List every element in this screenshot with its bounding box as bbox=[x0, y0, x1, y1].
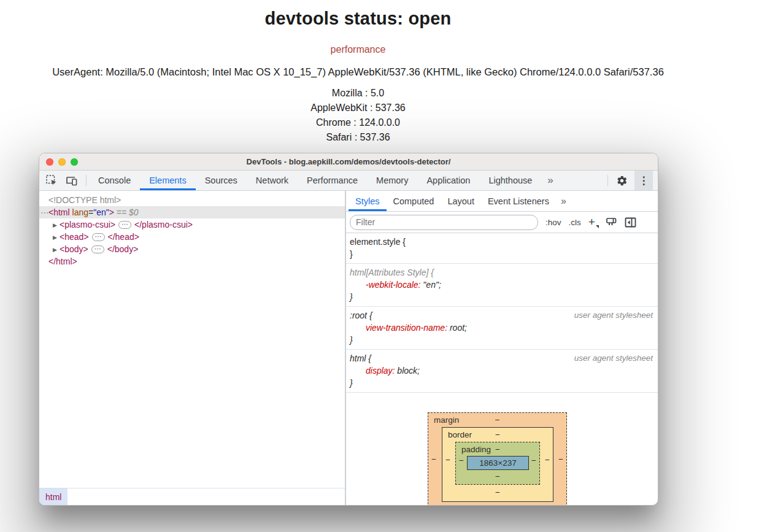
dom-token-tag: <plasmo-csui> bbox=[60, 220, 115, 229]
elements-panel: <!DOCTYPE html>⋯<html lang="en"> == $0▶<… bbox=[39, 191, 346, 505]
toolbar-spacer bbox=[560, 171, 605, 190]
dom-token-tag: </html> bbox=[48, 256, 77, 266]
toggle-sidebar-icon[interactable] bbox=[625, 217, 636, 228]
border-right-value[interactable]: − bbox=[541, 455, 553, 465]
dom-node[interactable]: ▶<body>⋯</body> bbox=[39, 243, 345, 255]
window-title: DevTools - blog.aepkill.com/demos/devtoo… bbox=[247, 157, 451, 166]
sidebar-more-tabs-button[interactable]: » bbox=[556, 191, 571, 211]
expand-arrow-icon[interactable]: ▶ bbox=[53, 244, 60, 256]
device-toolbar-icon[interactable] bbox=[65, 175, 78, 187]
margin-right-value[interactable]: − bbox=[555, 455, 567, 464]
css-property[interactable]: -webkit-locale: "en"; bbox=[350, 279, 653, 291]
expand-arrow-icon[interactable]: ▶ bbox=[53, 219, 60, 231]
box-model-margin[interactable]: margin − − − − border − − − − padding − bbox=[428, 412, 567, 505]
css-property[interactable]: view-transition-name: root; bbox=[350, 322, 653, 334]
margin-bottom-value[interactable]: − bbox=[428, 504, 566, 505]
style-rule[interactable]: element.style {} bbox=[346, 233, 658, 264]
version-line: Chrome : 124.0.0.0 bbox=[25, 115, 692, 130]
version-line: Mozilla : 5.0 bbox=[25, 86, 692, 101]
more-panels-button[interactable]: » bbox=[541, 171, 559, 190]
dom-node-selected[interactable]: ⋯<html lang="en"> == $0 bbox=[39, 206, 345, 218]
toolbar-separator bbox=[86, 175, 87, 186]
toolbar-separator bbox=[607, 175, 608, 186]
panel-tabs: ConsoleElementsSourcesNetworkPerformance… bbox=[89, 171, 541, 190]
box-model-padding[interactable]: padding − − − − 1863×237 bbox=[455, 442, 540, 485]
panel-tab-network[interactable]: Network bbox=[247, 171, 298, 190]
box-model-border[interactable]: border − − − − padding − − − − 1863× bbox=[442, 427, 553, 502]
styles-filter-input[interactable] bbox=[350, 215, 538, 230]
window-titlebar[interactable]: DevTools - blog.aepkill.com/demos/devtoo… bbox=[39, 153, 658, 171]
rendering-brush-icon[interactable] bbox=[606, 217, 617, 228]
zoom-window-button[interactable] bbox=[71, 158, 78, 166]
style-rule[interactable]: user agent stylesheethtml {display: bloc… bbox=[346, 350, 658, 393]
padding-bottom-value[interactable]: − bbox=[456, 472, 539, 481]
panel-tab-lighthouse[interactable]: Lighthouse bbox=[479, 171, 541, 190]
property-name: display: bbox=[366, 366, 395, 376]
pseudo-state-toggle[interactable]: :hov bbox=[545, 218, 561, 227]
sidebar-tab-computed[interactable]: Computed bbox=[387, 191, 441, 211]
panel-tab-application[interactable]: Application bbox=[417, 171, 479, 190]
border-top-value[interactable]: − bbox=[442, 430, 553, 439]
rule-selector: html[Attributes Style] bbox=[350, 268, 428, 277]
collapsed-content-badge[interactable]: ⋯ bbox=[91, 245, 104, 253]
dom-node[interactable]: </html> bbox=[39, 255, 345, 268]
padding-right-value[interactable]: − bbox=[528, 456, 540, 465]
settings-gear-icon[interactable] bbox=[611, 171, 633, 190]
panel-tab-performance[interactable]: Performance bbox=[298, 171, 367, 190]
border-left-value[interactable]: − bbox=[442, 455, 454, 465]
padding-left-value[interactable]: − bbox=[455, 456, 468, 465]
version-line: Safari : 537.36 bbox=[25, 130, 692, 145]
property-value: root; bbox=[447, 323, 467, 333]
property-name: -webkit-locale: bbox=[366, 280, 420, 290]
dom-token-anno: == $0 bbox=[114, 207, 139, 217]
property-value: block; bbox=[395, 366, 419, 376]
margin-left-value[interactable]: − bbox=[428, 455, 440, 464]
styles-sidebar: StylesComputedLayoutEvent Listeners» :ho… bbox=[346, 191, 658, 505]
node-overflow-prefix: ⋯ bbox=[40, 206, 48, 218]
panel-tab-elements[interactable]: Elements bbox=[140, 171, 195, 190]
box-model-content[interactable]: 1863×237 bbox=[467, 456, 529, 470]
collapsed-content-badge[interactable]: ⋯ bbox=[118, 221, 131, 229]
rule-selector: element.style bbox=[350, 237, 400, 247]
page-title: devtools status: open bbox=[25, 9, 692, 29]
style-rule[interactable]: user agent stylesheet:root {view-transit… bbox=[346, 307, 658, 350]
margin-top-value[interactable]: − bbox=[428, 415, 566, 425]
performance-link[interactable]: performance bbox=[331, 44, 386, 55]
panel-tab-console[interactable]: Console bbox=[89, 171, 140, 190]
css-property[interactable]: display: block; bbox=[350, 364, 653, 377]
version-list: Mozilla : 5.0 AppleWebKit : 537.36 Chrom… bbox=[25, 86, 692, 145]
expand-arrow-icon[interactable]: ▶ bbox=[53, 231, 60, 244]
sidebar-tab-event-listeners[interactable]: Event Listeners bbox=[481, 191, 556, 211]
dom-token-plain: = bbox=[88, 207, 93, 217]
padding-top-value[interactable]: − bbox=[456, 445, 539, 454]
devtools-window: DevTools - blog.aepkill.com/demos/devtoo… bbox=[39, 153, 658, 506]
inspect-element-icon[interactable] bbox=[45, 174, 58, 187]
version-line: AppleWebKit : 537.36 bbox=[25, 101, 692, 115]
kebab-menu-icon[interactable]: ⋮ bbox=[634, 171, 653, 190]
dom-node[interactable]: ▶<plasmo-csui>⋯</plasmo-csui> bbox=[39, 218, 345, 231]
close-window-button[interactable] bbox=[46, 158, 53, 166]
style-rule[interactable]: html[Attributes Style] {-webkit-locale: … bbox=[346, 264, 658, 307]
dom-tree: <!DOCTYPE html>⋯<html lang="en"> == $0▶<… bbox=[39, 191, 345, 488]
rule-selector: :root bbox=[350, 310, 367, 320]
panel-tab-memory[interactable]: Memory bbox=[367, 171, 417, 190]
new-style-rule-icon[interactable]: + bbox=[588, 218, 598, 226]
stylesheet-origin-note: user agent stylesheet bbox=[574, 309, 653, 322]
sidebar-tab-styles[interactable]: Styles bbox=[349, 191, 387, 211]
border-bottom-value[interactable]: − bbox=[442, 488, 553, 497]
dom-token-str: "en" bbox=[93, 207, 109, 217]
breadcrumb-item-html[interactable]: html bbox=[39, 488, 67, 505]
dom-node[interactable]: <!DOCTYPE html> bbox=[39, 194, 345, 206]
minimize-window-button[interactable] bbox=[58, 158, 66, 166]
dom-token-tag: <body> bbox=[60, 244, 88, 254]
sidebar-tab-layout[interactable]: Layout bbox=[441, 191, 481, 211]
dom-token-tag: </head> bbox=[108, 232, 139, 242]
panel-tab-sources[interactable]: Sources bbox=[196, 171, 247, 190]
breadcrumb: html bbox=[39, 488, 345, 505]
rule-selector: html bbox=[350, 353, 366, 363]
dom-token-attr: lang bbox=[72, 207, 88, 217]
element-classes-toggle[interactable]: .cls bbox=[569, 218, 581, 227]
collapsed-content-badge[interactable]: ⋯ bbox=[92, 233, 105, 241]
dom-node[interactable]: ▶<head>⋯</head> bbox=[39, 231, 345, 243]
property-value: "en"; bbox=[420, 280, 441, 290]
